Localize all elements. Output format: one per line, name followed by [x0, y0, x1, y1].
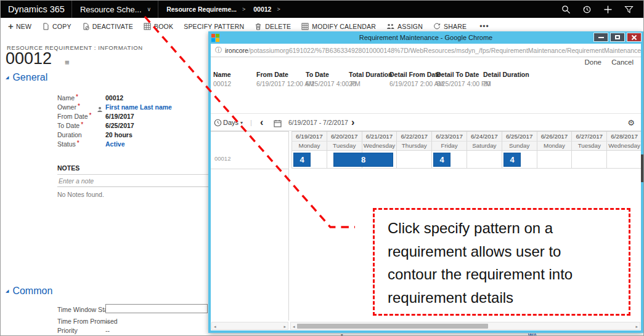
grid-weekday: Sunday — [502, 141, 537, 150]
grid-weekday: Wednesday — [606, 141, 641, 150]
field-status: Status* Active — [1, 140, 208, 150]
command-overflow[interactable]: ••• — [477, 22, 489, 31]
status-value[interactable]: Active — [105, 140, 125, 148]
grid-weekday-row: Monday Tuesday Wednesday Thursday Friday… — [291, 141, 641, 150]
form-selector-icon[interactable]: ≡ — [65, 58, 70, 67]
info-icon[interactable]: ⓘ — [215, 46, 222, 55]
add-icon[interactable] — [603, 5, 613, 14]
breadcrumb-current[interactable]: 00012 — [253, 6, 271, 13]
field-value[interactable]: 00012 — [105, 94, 123, 102]
owner-link[interactable]: First name Last name — [105, 103, 172, 111]
scroll-right-icon[interactable]: ▸ — [635, 324, 638, 329]
command-copy[interactable]: COPY — [42, 23, 71, 30]
grid-icon — [144, 23, 151, 30]
command-delete[interactable]: DELETE — [255, 23, 291, 30]
annotation-line: Click specify pattern on a — [388, 217, 629, 240]
deactivate-icon — [82, 23, 89, 30]
scrollbar-thumb[interactable] — [297, 324, 488, 329]
col-header: From Date — [256, 71, 288, 78]
detail-hours-block[interactable]: 4 — [503, 153, 521, 167]
command-book[interactable]: BOOK — [144, 23, 173, 30]
command-specify-pattern[interactable]: SPECIFY PATTERN — [184, 23, 244, 30]
recent-history-icon[interactable] — [582, 5, 592, 14]
grid-cell[interactable] — [396, 150, 431, 169]
done-button[interactable]: Done — [585, 58, 602, 66]
command-new[interactable]: +NEW — [8, 23, 31, 30]
view-mode-dropdown[interactable]: Days — [223, 114, 238, 131]
grid-weekday: Monday — [537, 141, 572, 150]
dynamics-brand[interactable]: Dynamics 365 — [8, 4, 65, 14]
field-value[interactable]: -- — [105, 318, 110, 325]
left-panel-scrollbar[interactable]: ◂ ▸ — [211, 322, 288, 330]
section-general[interactable]: ◢ General — [6, 72, 47, 83]
plus-icon: + — [8, 23, 14, 30]
app-selector-label: Resource Sche... — [80, 5, 142, 14]
col-header: Detail Duration — [483, 71, 529, 78]
time-window-start-input[interactable] — [105, 304, 208, 313]
chevron-down-icon: ▾ — [240, 114, 243, 131]
command-deactivate[interactable]: DEACTIVATE — [82, 23, 133, 30]
vertical-scrollbar-thumb[interactable] — [641, 154, 643, 182]
grid-scrollbar[interactable]: ◂ ▸ — [290, 322, 640, 330]
window-titlebar[interactable]: Requirement Maintenance - Google Chrome — [208, 31, 643, 44]
field-value[interactable]: 20 hours — [105, 131, 132, 138]
required-marker: * — [81, 121, 83, 128]
ellipsis-icon: ••• — [479, 22, 489, 31]
grid-left-panel-header — [211, 131, 288, 169]
maximize-button[interactable] — [610, 33, 625, 42]
divider — [158, 1, 158, 18]
url-path: /potassiumorg6191022/%7B6363349280100001… — [248, 47, 641, 54]
note-input[interactable]: Enter a note — [57, 177, 208, 187]
grid-weekday: Monday — [291, 141, 327, 150]
section-common[interactable]: ◢ Common — [6, 286, 52, 297]
section-collapse-icon: ◢ — [6, 75, 9, 80]
address-bar[interactable]: ⓘ ironcore/potassiumorg6191022/%7B636334… — [211, 44, 641, 57]
filter-icon[interactable] — [624, 5, 634, 14]
field-value[interactable]: -- — [105, 327, 110, 334]
grid-cell[interactable] — [467, 150, 502, 169]
scroll-left-icon[interactable]: ◂ — [293, 324, 295, 329]
previous-period-button[interactable]: ‹ — [260, 114, 263, 131]
grid-date: 6/23/2017 — [431, 132, 467, 141]
grid-cell[interactable] — [606, 150, 641, 169]
field-from-date: From Date* 6/19/2017 — [1, 113, 208, 122]
search-icon[interactable] — [561, 5, 571, 14]
grid-date: 6/26/2017 — [537, 132, 572, 141]
background-sliver-caret: ▾ — [341, 333, 343, 336]
command-share[interactable]: SHARE — [433, 23, 467, 30]
col-header: Total Duration — [349, 71, 392, 78]
grid-cell[interactable] — [571, 150, 606, 169]
command-modify-calendar[interactable]: MODIFY CALENDAR — [301, 23, 376, 30]
scroll-right-icon[interactable]: ▸ — [283, 324, 286, 329]
grid-weekday: Wednesday — [362, 141, 397, 150]
table-cell: 20 — [483, 80, 491, 87]
clock-icon — [214, 118, 222, 129]
detail-hours-block[interactable]: 4 — [433, 153, 450, 167]
grid-cell[interactable] — [537, 150, 572, 169]
app-selector[interactable]: Resource Sche... ∨ — [80, 5, 151, 14]
grid-date: 6/19/2017 — [291, 132, 327, 141]
field-value[interactable]: 6/25/2017 — [105, 122, 134, 129]
notes-tab[interactable]: NOTES — [57, 164, 79, 172]
table-cell[interactable]: 00012 — [213, 80, 231, 87]
trash-icon — [255, 23, 262, 30]
close-button[interactable] — [627, 33, 642, 42]
schedule-grid: 6/19/2017 6/20/2017 6/21/2017 6/22/2017 … — [291, 131, 641, 169]
cancel-button[interactable]: Cancel — [611, 58, 634, 66]
command-assign[interactable]: ASSIGN — [386, 23, 423, 30]
detail-hours-block[interactable]: 4 — [293, 153, 311, 167]
gear-icon[interactable]: ⚙ — [627, 114, 635, 131]
breadcrumb-parent[interactable]: Resource Requireme... — [166, 6, 237, 13]
scroll-left-icon[interactable]: ◂ — [214, 324, 216, 329]
dialog-actions: Done Cancel — [211, 58, 641, 70]
window-title: Requirement Maintenance - Google Chrome — [208, 34, 643, 41]
calendar-icon[interactable] — [274, 119, 282, 130]
grid-date: 6/21/2017 — [362, 132, 397, 141]
detail-hours-block[interactable]: 8 — [333, 153, 393, 167]
minimize-button[interactable] — [593, 33, 608, 42]
grid-date-row: 6/19/2017 6/20/2017 6/21/2017 6/22/2017 … — [291, 132, 641, 141]
notes-empty-text: No Notes found. — [57, 191, 104, 198]
next-period-button[interactable]: › — [351, 114, 354, 131]
field-value[interactable]: 6/19/2017 — [105, 113, 134, 120]
field-duration: Duration 20 hours — [1, 131, 208, 140]
